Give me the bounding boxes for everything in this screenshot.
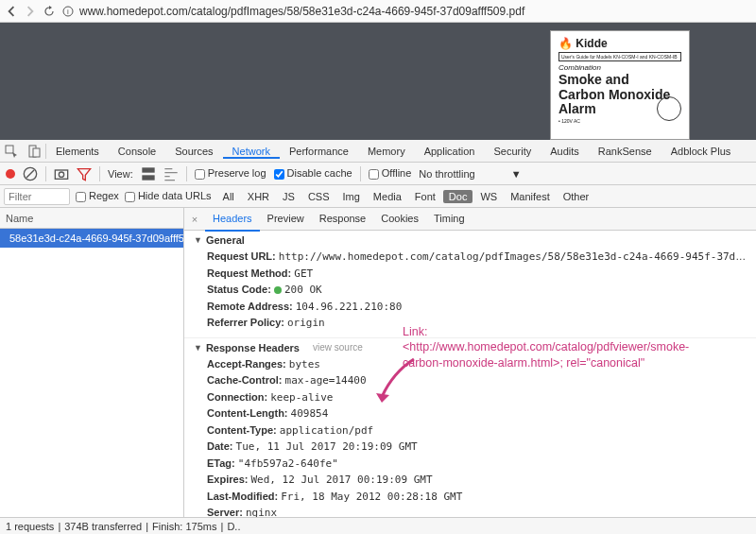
status-finish: Finish: 175ms [152,521,216,532]
pdf-guide: User's Guide for Models KN-COSM-I and KN… [558,52,681,61]
devtools-tab-elements[interactable]: Elements [46,146,109,157]
header-row: Last-Modified: Fri, 18 May 2012 00:28:18… [207,489,747,506]
header-row: Cache-Control: max-age=14400 [207,372,747,389]
detail-tab-cookies[interactable]: Cookies [373,208,426,232]
status-requests: 1 requests [6,521,54,532]
request-filename: 58e31e3d-c24a-4669-945f-37d09afff509.pdf [9,233,183,244]
svg-rect-2 [6,146,13,153]
detail-tabs: × HeadersPreviewResponseCookiesTiming [184,208,756,231]
status-bar: 1 requests | 374B transferred | Finish: … [0,517,756,534]
forward-icon[interactable] [23,4,38,19]
pdf-subtitle: Combination [558,63,681,72]
annotation-text: Link: <http://www.homedepot.com/catalog/… [403,324,673,370]
section-title-general: General [206,234,245,246]
pdf-title-l3: Alarm [558,101,596,116]
record-icon[interactable] [6,169,15,179]
close-icon[interactable]: × [184,214,205,225]
filter-input[interactable] [4,188,70,205]
devtools-tab-console[interactable]: Console [109,146,165,157]
page-content: 🔥 Kidde User's Guide for Models KN-COSM-… [0,23,756,140]
filter-type-ws[interactable]: WS [474,190,503,203]
pdf-title-l2: Carbon Monoxide [558,88,681,102]
inspect-element-icon[interactable] [0,140,23,163]
detail-tab-headers[interactable]: Headers [205,208,260,232]
view-label: View: [108,168,133,180]
header-row: Remote Address: 104.96.221.210:80 [207,299,747,316]
filter-type-media[interactable]: Media [368,190,407,203]
view-source-link[interactable]: view source [313,342,363,353]
devtools-tab-audits[interactable]: Audits [541,146,589,157]
hide-data-urls-checkbox[interactable]: Hide data URLs [125,190,212,202]
request-row[interactable]: 58e31e3d-c24a-4669-945f-37d09afff509.pdf [0,229,183,248]
svg-rect-9 [142,175,154,180]
view-large-icon[interactable] [141,166,156,181]
devtools-tab-sources[interactable]: Sources [165,146,222,157]
network-toolbar: View: Preserve log Disable cache Offline… [0,163,756,185]
devtools-tab-performance[interactable]: Performance [280,146,358,157]
devtools-tab-network[interactable]: Network [223,146,280,159]
filter-type-manifest[interactable]: Manifest [505,190,556,203]
disclosure-triangle-icon[interactable]: ▼ [194,343,202,353]
filter-icon[interactable] [77,166,92,181]
detail-tab-response[interactable]: Response [312,208,374,232]
filter-type-js[interactable]: JS [277,190,301,203]
chevron-down-icon[interactable]: ▼ [511,168,522,180]
pdf-title-l1: Smoke and [558,73,681,87]
offline-checkbox[interactable]: Offline [369,167,412,180]
header-row: Request URL: http://www.homedepot.com/ca… [207,249,747,266]
filter-bar: Regex Hide data URLs AllXHRJSCSSImgMedia… [0,185,756,208]
view-waterfall-icon[interactable] [163,166,179,181]
devtools-tab-application[interactable]: Application [415,146,485,157]
annotation-arrow-icon [374,355,418,403]
header-row: Expires: Wed, 12 Jul 2017 00:19:09 GMT [207,472,747,489]
disclosure-triangle-icon[interactable]: ▼ [194,235,202,245]
devtools-tab-ranksense[interactable]: RankSense [589,146,662,157]
column-head-name[interactable]: Name [0,208,183,229]
header-row: Content-Type: application/pdf [207,422,747,439]
browser-url-bar: i www.homedepot.com/catalog/pdfImages/58… [0,0,756,23]
info-icon[interactable]: i [60,4,76,19]
pdf-preview: 🔥 Kidde User's Guide for Models KN-COSM-… [550,30,690,140]
pdf-brand: Kidde [576,37,607,50]
section-title-response: Response Headers [206,342,300,353]
svg-point-7 [59,172,63,177]
header-row: Content-Length: 409854 [207,405,747,422]
detail-tab-preview[interactable]: Preview [260,208,312,232]
url-text[interactable]: www.homedepot.com/catalog/pdfImages/58/5… [79,5,752,18]
clear-icon[interactable] [23,166,38,181]
header-row: Request Method: GET [207,266,747,283]
svg-rect-4 [33,148,40,157]
svg-text:i: i [67,8,69,16]
filter-type-doc[interactable]: Doc [443,190,473,203]
header-row: ETag: "4fb597a2-640fe" [207,456,747,473]
filter-type-font[interactable]: Font [409,190,441,203]
detail-tab-timing[interactable]: Timing [426,208,472,232]
devtools-tab-security[interactable]: Security [484,146,541,157]
capture-screenshot-icon[interactable] [54,166,69,181]
throttling-select[interactable]: No throttling [419,168,474,180]
devtools-tab-adblock-plus[interactable]: Adblock Plus [662,146,741,157]
filter-type-all[interactable]: All [217,190,240,203]
filter-type-img[interactable]: Img [337,190,366,203]
status-dot-icon [274,286,282,294]
devtools-tabs: ElementsConsoleSourcesNetworkPerformance… [0,140,756,163]
status-transferred: 374B transferred [64,521,142,532]
back-icon[interactable] [4,4,19,19]
devtools-tab-memory[interactable]: Memory [358,146,415,157]
filter-type-other[interactable]: Other [558,190,595,203]
header-row: Date: Tue, 11 Jul 2017 20:19:09 GMT [207,439,747,456]
device-toggle-icon[interactable] [23,140,45,163]
header-row: Connection: keep-alive [207,389,747,406]
preserve-log-checkbox[interactable]: Preserve log [195,167,266,180]
filter-type-css[interactable]: CSS [302,190,335,203]
disable-cache-checkbox[interactable]: Disable cache [274,167,352,180]
svg-rect-8 [142,167,154,172]
reload-icon[interactable] [42,4,57,19]
header-row: Status Code: 200 OK [207,282,747,299]
filter-type-xhr[interactable]: XHR [242,190,275,203]
section-general: ▼General Request URL: http://www.homedep… [184,231,756,338]
status-dom: D.. [227,521,240,532]
header-row: Server: nginx [207,505,747,517]
regex-checkbox[interactable]: Regex [76,190,119,202]
requests-list: Name 58e31e3d-c24a-4669-945f-37d09afff50… [0,208,184,517]
